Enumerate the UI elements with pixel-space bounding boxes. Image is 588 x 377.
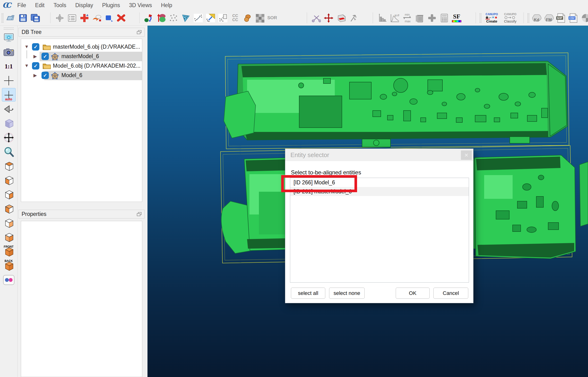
camera-settings-button[interactable]: [2, 45, 16, 59]
gizmo-tool-button[interactable]: [54, 12, 66, 24]
menu-file[interactable]: File: [13, 2, 31, 9]
shp-export-button[interactable]: SHP: [555, 12, 567, 24]
tree-item-label[interactable]: Model_6.obj (D:/VRAKADEMI-202...: [53, 63, 140, 69]
properties-list-button[interactable]: [66, 12, 78, 24]
dialog-title-bar[interactable]: Entity selector ×: [285, 149, 473, 161]
open-button[interactable]: [4, 12, 17, 24]
zoom-1-1-button[interactable]: 1:1: [2, 59, 16, 73]
view-bottom-button[interactable]: [2, 230, 16, 244]
tree-row-model-mesh[interactable]: ▶ ✓ Model_6: [21, 71, 142, 80]
sphere-render-button[interactable]: [580, 12, 588, 24]
toolbar-grip[interactable]: [480, 13, 481, 23]
open-folder-icon: [6, 14, 15, 22]
visibility-checkbox[interactable]: ✓: [42, 53, 49, 60]
ok-button[interactable]: OK: [396, 288, 430, 299]
fm-button[interactable]: FM: [543, 12, 555, 24]
cloud-mesh-distance-button[interactable]: [204, 12, 217, 24]
front-view-button[interactable]: FRONT: [2, 245, 16, 258]
canupo-classify-button[interactable]: CANUPO Classify: [501, 12, 520, 24]
cloud-cloud-distance-button[interactable]: [192, 12, 204, 24]
histogram-button[interactable]: [376, 12, 389, 24]
properties-float-button[interactable]: [137, 212, 142, 216]
clip-tool-button[interactable]: [347, 12, 360, 24]
sf-arithmetic-button[interactable]: [438, 12, 451, 24]
auto-picking-button[interactable]: auto: [2, 88, 16, 102]
tree-row-model-obj[interactable]: ▼ ✓ Model_6.obj (D:/VRAKADEMI-202...: [21, 61, 142, 71]
cross-section-icon: [336, 13, 346, 23]
delete-scalar-field-button[interactable]: [414, 12, 426, 24]
tree-row-mastermodel-obj[interactable]: ▼ ✓ masterModel_6.obj (D:/VRAKADE...: [21, 42, 142, 52]
canupo-create-button[interactable]: CANUPO Create: [483, 12, 501, 24]
dialog-close-button[interactable]: ×: [461, 150, 472, 160]
tree-row-mastermodel-mesh[interactable]: ▶ ✓ masterModel_6: [21, 52, 142, 61]
back-view-button[interactable]: BACK: [2, 259, 16, 272]
db-tree-float-button[interactable]: [137, 30, 142, 34]
expand-arrow-icon[interactable]: ▼: [24, 44, 29, 49]
save-button[interactable]: [17, 12, 29, 24]
select-all-button[interactable]: select all: [291, 288, 325, 299]
minmax-range-button[interactable]: minmax: [401, 12, 414, 24]
save-all-button[interactable]: [29, 12, 42, 24]
sor-filter-button[interactable]: SOR: [266, 12, 278, 24]
translate-button[interactable]: [103, 12, 115, 24]
view-top-button[interactable]: [2, 159, 16, 173]
tree-item-label[interactable]: masterModel_6.obj (D:/VRAKADE...: [53, 44, 140, 50]
segment-scissors-button[interactable]: [310, 12, 322, 24]
view-cube-bottom-icon: [4, 232, 14, 242]
expand-arrow-icon[interactable]: ▶: [34, 73, 37, 78]
perspective-cube-button[interactable]: [2, 117, 16, 130]
add-scalar-field-button[interactable]: [426, 12, 438, 24]
scalar-field-button[interactable]: SF: [451, 12, 463, 24]
expand-arrow-icon[interactable]: ▶: [34, 54, 37, 59]
sor-label: SOR: [267, 16, 277, 20]
register-button[interactable]: [143, 12, 155, 24]
menu-3d-views[interactable]: 3D Views: [124, 2, 157, 9]
visibility-checkbox[interactable]: ✓: [32, 62, 39, 70]
mesh-sampling-button[interactable]: [180, 12, 192, 24]
kd-tree-button[interactable]: Kd: [530, 12, 543, 24]
point-picking-button[interactable]: [2, 74, 16, 87]
apply-transformation-button[interactable]: [90, 12, 103, 24]
select-none-button[interactable]: select none: [329, 288, 365, 299]
toolbar-grip[interactable]: [2, 13, 3, 23]
delete-button[interactable]: [115, 12, 128, 24]
point-statistics-button[interactable]: [217, 12, 229, 24]
one-to-one-label: 1:1: [5, 63, 12, 70]
view-front-button[interactable]: [2, 173, 16, 187]
stereo-mode-button[interactable]: [2, 273, 16, 287]
histogram-icon: [378, 13, 387, 23]
menu-display[interactable]: Display: [71, 2, 97, 9]
translate-rotate-button[interactable]: [322, 12, 335, 24]
sidebar-grip[interactable]: [4, 27, 14, 30]
menu-help[interactable]: Help: [157, 2, 177, 9]
toolbar-separator: [307, 12, 307, 23]
menu-plugins[interactable]: Plugins: [98, 2, 124, 9]
merge-button[interactable]: [78, 12, 90, 24]
visibility-checkbox[interactable]: ✓: [32, 43, 39, 50]
rotate-view-button[interactable]: [2, 102, 16, 116]
fine-registration-button[interactable]: [155, 12, 167, 24]
view-back-button[interactable]: [2, 216, 16, 230]
menu-tools[interactable]: Tools: [49, 2, 71, 9]
connected-components-button[interactable]: [241, 12, 254, 24]
toolbar-grip[interactable]: [528, 13, 529, 23]
expand-arrow-icon[interactable]: ▼: [24, 63, 29, 68]
noise-filter-button[interactable]: [254, 12, 266, 24]
statistical-test-button[interactable]: CC CC: [229, 12, 241, 24]
csv-export-button[interactable]: CSV: [567, 12, 580, 24]
cross-section-button[interactable]: [335, 12, 347, 24]
zoom-tool-button[interactable]: [2, 145, 16, 158]
menu-edit[interactable]: Edit: [31, 2, 49, 9]
subsample-button[interactable]: [167, 12, 180, 24]
tree-item-label[interactable]: masterModel_6: [61, 53, 99, 59]
visibility-checkbox[interactable]: ✓: [42, 72, 49, 79]
view-left-button[interactable]: [2, 188, 16, 201]
gaussian-filter-button[interactable]: μ,σ: [389, 12, 401, 24]
tree-item-label[interactable]: Model_6: [61, 72, 82, 79]
view-right-button[interactable]: [2, 202, 16, 215]
model-mesh-top[interactable]: [224, 53, 569, 149]
cancel-button[interactable]: Cancel: [433, 288, 468, 299]
toolbar-group-scalar: μ,σ minmax SF: [376, 11, 463, 25]
pan-view-button[interactable]: [2, 131, 16, 144]
display-options-button[interactable]: [2, 31, 16, 45]
